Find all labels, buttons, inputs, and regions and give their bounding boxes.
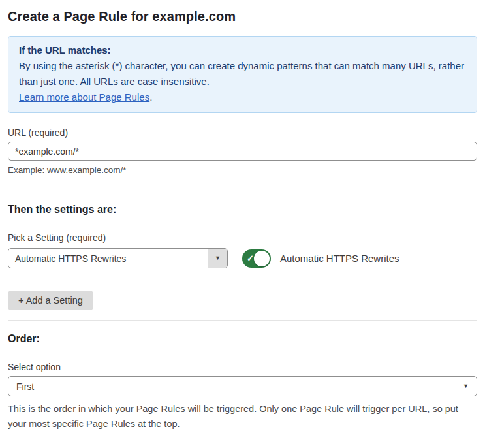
check-icon: ✓	[247, 253, 254, 263]
pick-setting-label: Pick a Setting (required)	[8, 232, 477, 243]
setting-select-arrow-button[interactable]: ▼	[208, 249, 227, 268]
setting-select[interactable]: Automatic HTTPS Rewrites ▼	[8, 248, 228, 268]
divider	[8, 191, 477, 191]
url-matches-info-box: If the URL matches: By using the asteris…	[8, 36, 477, 113]
setting-row: Automatic HTTPS Rewrites ▼ ✓ Automatic H…	[8, 248, 477, 268]
info-box-heading: If the URL matches:	[19, 42, 466, 58]
info-box-link-line: Learn more about Page Rules.	[19, 89, 466, 105]
chevron-down-icon: ▼	[215, 255, 221, 261]
learn-more-link[interactable]: Learn more about Page Rules	[19, 91, 149, 103]
toggle-knob	[254, 251, 270, 266]
toggle-label: Automatic HTTPS Rewrites	[280, 253, 399, 264]
url-input[interactable]	[8, 142, 477, 161]
divider	[8, 320, 477, 321]
create-page-rule-form: Create a Page Rule for example.com If th…	[0, 9, 485, 448]
order-select-value: First	[16, 381, 34, 392]
url-field-label: URL (required)	[8, 127, 477, 138]
settings-section-heading: Then the settings are:	[8, 204, 477, 216]
url-example-helper: Example: www.example.com/*	[8, 165, 477, 175]
setting-select-value: Automatic HTTPS Rewrites	[8, 249, 208, 268]
order-select-label: Select option	[8, 362, 477, 372]
order-select[interactable]: First ▼	[8, 376, 477, 396]
order-helper-text: This is the order in which your Page Rul…	[8, 402, 471, 432]
info-box-body: By using the asterisk (*) character, you…	[19, 58, 466, 89]
automatic-https-rewrites-toggle[interactable]: ✓	[242, 249, 271, 268]
page-title: Create a Page Rule for example.com	[8, 9, 477, 24]
order-section-heading: Order:	[8, 333, 477, 345]
link-suffix: .	[149, 91, 152, 103]
chevron-down-icon: ▼	[463, 383, 469, 389]
divider	[8, 443, 477, 443]
add-setting-button[interactable]: + Add a Setting	[8, 291, 93, 310]
